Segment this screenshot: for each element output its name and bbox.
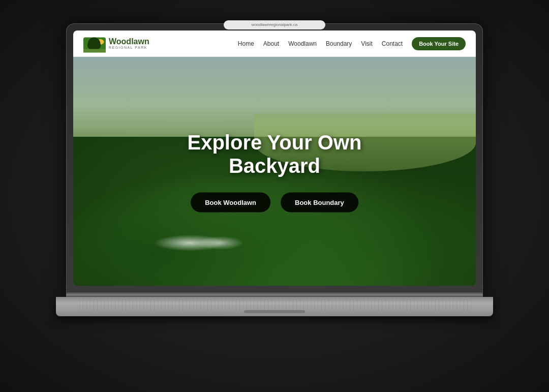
tree-icon [83, 34, 106, 53]
nav-item-about[interactable]: About [263, 39, 279, 48]
hero-title-line1: Explore Your Own [187, 131, 361, 153]
nav-link-home[interactable]: Home [238, 40, 254, 47]
screen-bezel: Woodlawn REGIONAL PARK Home About Woodla… [73, 31, 476, 286]
book-site-button[interactable]: Book Your Site [412, 37, 466, 50]
nav-cta-item[interactable]: Book Your Site [412, 39, 466, 48]
book-boundary-button[interactable]: Book Boundary [281, 192, 358, 212]
nav-link-contact[interactable]: Contact [382, 40, 403, 47]
laptop-hinge [66, 293, 483, 297]
nav-item-contact[interactable]: Contact [382, 39, 403, 48]
nav-item-woodlawn[interactable]: Woodlawn [288, 39, 317, 48]
navbar: Woodlawn REGIONAL PARK Home About Woodla… [73, 31, 476, 57]
hero-content: Explore Your Own Backyard Book Woodlawn … [113, 130, 436, 212]
nav-links: Home About Woodlawn Boundary Visit Conta… [238, 39, 466, 48]
keyboard-area [76, 299, 473, 310]
svg-rect-6 [83, 49, 106, 52]
screen-lid: woodlawnregionalpark.ca [66, 23, 483, 293]
hero-title-line2: Backyard [229, 154, 320, 176]
hero-section: Explore Your Own Backyard Book Woodlawn … [73, 57, 476, 286]
nav-link-woodlawn[interactable]: Woodlawn [288, 40, 317, 47]
laptop: woodlawnregionalpark.ca [56, 23, 493, 369]
nav-item-home[interactable]: Home [238, 39, 254, 48]
logo-brand: Woodlawn [109, 37, 149, 46]
nav-link-about[interactable]: About [263, 40, 279, 47]
logo[interactable]: Woodlawn REGIONAL PARK [83, 34, 149, 53]
logo-sub: REGIONAL PARK [109, 46, 149, 49]
hero-buttons: Book Woodlawn Book Boundary [113, 192, 436, 212]
logo-text-area: Woodlawn REGIONAL PARK [109, 37, 149, 50]
address-bar[interactable]: woodlawnregionalpark.ca [224, 20, 325, 29]
nav-link-boundary[interactable]: Boundary [326, 40, 352, 47]
nav-link-visit[interactable]: Visit [361, 40, 372, 47]
nav-item-visit[interactable]: Visit [361, 39, 372, 48]
laptop-base [56, 297, 493, 316]
hero-campers [154, 224, 274, 251]
nav-item-boundary[interactable]: Boundary [326, 39, 352, 48]
website: Woodlawn REGIONAL PARK Home About Woodla… [73, 31, 476, 286]
book-woodlawn-button[interactable]: Book Woodlawn [191, 192, 270, 212]
address-bar-text: woodlawnregionalpark.ca [252, 22, 297, 27]
svg-point-5 [93, 41, 101, 49]
hero-title: Explore Your Own Backyard [113, 130, 436, 177]
